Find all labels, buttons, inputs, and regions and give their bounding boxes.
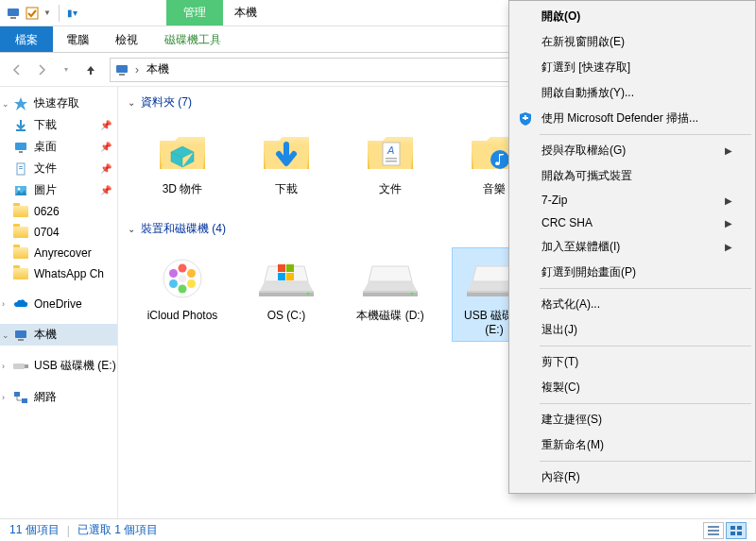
folder-documents[interactable]: A文件 bbox=[349, 122, 432, 200]
svg-point-53 bbox=[169, 269, 178, 278]
ctx-copy[interactable]: 複製(C) bbox=[511, 375, 753, 400]
svg-point-52 bbox=[169, 279, 178, 288]
breadcrumb-location[interactable]: 本機 bbox=[145, 59, 171, 79]
svg-point-47 bbox=[179, 275, 186, 282]
chevron-right-icon[interactable]: › bbox=[135, 63, 139, 76]
tab-disk-tools[interactable]: 磁碟機工具 bbox=[151, 26, 234, 52]
ctx-defender-scan[interactable]: 使用 Microsoft Defender 掃描... bbox=[511, 106, 753, 131]
back-button[interactable] bbox=[6, 59, 28, 81]
sidebar-item-label: 0704 bbox=[34, 226, 60, 239]
sidebar-desktop[interactable]: 桌面📌 bbox=[0, 136, 117, 158]
svg-rect-4 bbox=[10, 17, 16, 19]
forward-button[interactable] bbox=[30, 59, 53, 81]
sidebar-item-label: 下載 bbox=[34, 117, 57, 133]
ctx-eject[interactable]: 退出(J) bbox=[511, 317, 753, 343]
svg-rect-13 bbox=[19, 168, 23, 169]
ctx-rename[interactable]: 重新命名(M) bbox=[511, 432, 753, 458]
svg-point-51 bbox=[179, 285, 187, 294]
qat-overflow[interactable]: ▮▾ bbox=[67, 8, 77, 18]
ctx-pin-quick-access[interactable]: 釘選到 [快速存取] bbox=[511, 55, 753, 80]
context-menu: 開啟(O) 在新視窗開啟(E) 釘選到 [快速存取] 開啟自動播放(Y)... … bbox=[508, 0, 756, 494]
ctx-properties[interactable]: 內容(R) bbox=[511, 465, 753, 490]
ctx-autoplay[interactable]: 開啟自動播放(Y)... bbox=[511, 80, 753, 106]
pin-icon: 📌 bbox=[100, 185, 112, 195]
sidebar-item-label: 文件 bbox=[34, 161, 57, 177]
item-label: 下載 bbox=[275, 182, 298, 196]
ctx-crc-sha[interactable]: CRC SHA▶ bbox=[511, 211, 753, 234]
svg-rect-5 bbox=[26, 8, 38, 19]
svg-rect-21 bbox=[22, 398, 27, 403]
sidebar-documents[interactable]: 文件📌 bbox=[0, 158, 117, 179]
window-title: 本機 bbox=[223, 0, 268, 25]
svg-rect-17 bbox=[18, 339, 24, 341]
svg-rect-55 bbox=[286, 264, 294, 272]
sidebar-this-pc[interactable]: ⌄本機 bbox=[0, 324, 117, 346]
sidebar-item-label: 圖片 bbox=[34, 182, 57, 198]
sidebar-network[interactable]: ›網路 bbox=[0, 386, 117, 408]
sidebar-downloads[interactable]: 下載📌 bbox=[0, 114, 117, 136]
checkmark-icon[interactable] bbox=[25, 6, 40, 21]
ctx-pin-start[interactable]: 釘選到開始畫面(P) bbox=[511, 260, 753, 285]
contextual-tab-manage[interactable]: 管理 bbox=[166, 0, 223, 25]
pc-icon bbox=[6, 6, 21, 21]
picture-icon bbox=[13, 183, 28, 198]
svg-rect-61 bbox=[730, 526, 735, 530]
svg-rect-58 bbox=[708, 526, 719, 528]
sidebar-onedrive[interactable]: ›OneDrive bbox=[0, 294, 117, 314]
folder-icon bbox=[13, 204, 28, 219]
svg-rect-24 bbox=[386, 158, 397, 160]
ctx-7zip[interactable]: 7-Zip▶ bbox=[511, 189, 753, 211]
pin-icon: 📌 bbox=[100, 163, 112, 174]
tab-file[interactable]: 檔案 bbox=[0, 26, 53, 52]
sidebar-quick-access[interactable]: ⌄ 快速存取 bbox=[0, 93, 117, 114]
svg-rect-9 bbox=[15, 143, 26, 150]
status-item-count: 11 個項目 bbox=[9, 522, 60, 538]
view-icons-button[interactable] bbox=[726, 522, 747, 539]
drive-icloud-photos[interactable]: iCloud Photos bbox=[141, 248, 224, 341]
tab-view[interactable]: 檢視 bbox=[102, 26, 151, 52]
ctx-open-new-window[interactable]: 在新視窗開啟(E) bbox=[511, 29, 753, 55]
sidebar-folder-anyrecover[interactable]: Anyrecover bbox=[0, 243, 117, 263]
svg-rect-57 bbox=[286, 273, 294, 280]
pc-icon bbox=[13, 328, 28, 343]
view-details-button[interactable] bbox=[703, 522, 724, 539]
chevron-right-icon: ▶ bbox=[725, 218, 732, 228]
item-label: 本機磁碟 (D:) bbox=[356, 309, 423, 323]
ctx-open-portable[interactable]: 開啟為可攜式裝置 bbox=[511, 163, 753, 189]
svg-rect-66 bbox=[523, 117, 528, 119]
svg-rect-19 bbox=[25, 364, 28, 368]
svg-rect-25 bbox=[386, 161, 397, 162]
sidebar-pictures[interactable]: 圖片📌 bbox=[0, 179, 117, 201]
sidebar-folder-0626[interactable]: 0626 bbox=[0, 201, 117, 222]
ctx-create-shortcut[interactable]: 建立捷徑(S) bbox=[511, 407, 753, 432]
pin-icon: 📌 bbox=[100, 120, 112, 130]
qat-dropdown[interactable]: ▼ bbox=[43, 8, 51, 17]
pin-icon: 📌 bbox=[100, 142, 112, 152]
ctx-format[interactable]: 格式化(A)... bbox=[511, 292, 753, 317]
sidebar-item-label: 桌面 bbox=[34, 139, 57, 155]
svg-point-50 bbox=[187, 279, 196, 288]
sidebar-folder-whatsapp[interactable]: WhatsApp Ch bbox=[0, 263, 117, 284]
svg-rect-64 bbox=[737, 532, 742, 535]
document-icon bbox=[13, 161, 28, 177]
svg-rect-62 bbox=[737, 526, 742, 530]
ctx-grant-access[interactable]: 授與存取權給(G)▶ bbox=[511, 138, 753, 163]
sidebar-usb-drive[interactable]: ›USB 磁碟機 (E:) bbox=[0, 355, 117, 377]
ctx-cut[interactable]: 剪下(T) bbox=[511, 349, 753, 375]
svg-point-48 bbox=[179, 264, 187, 273]
folder-3d-objects[interactable]: 3D 物件 bbox=[141, 122, 224, 200]
folder-downloads[interactable]: 下載 bbox=[245, 122, 328, 200]
tab-computer[interactable]: 電腦 bbox=[53, 26, 102, 52]
drive-os-c[interactable]: OS (C:) bbox=[245, 248, 328, 341]
svg-rect-63 bbox=[730, 532, 735, 535]
recent-dropdown[interactable]: ▾ bbox=[55, 59, 77, 81]
chevron-right-icon: ▶ bbox=[725, 145, 732, 156]
group-header-label: 資料夾 (7) bbox=[141, 94, 192, 110]
sidebar-folder-0704[interactable]: 0704 bbox=[0, 222, 117, 243]
ctx-media-library[interactable]: 加入至媒體櫃(I)▶ bbox=[511, 234, 753, 260]
folder-icon bbox=[13, 245, 28, 261]
ctx-open[interactable]: 開啟(O) bbox=[511, 4, 753, 29]
drive-local-d[interactable]: 本機磁碟 (D:) bbox=[349, 248, 432, 341]
up-button[interactable] bbox=[79, 59, 102, 81]
svg-rect-18 bbox=[13, 363, 25, 369]
